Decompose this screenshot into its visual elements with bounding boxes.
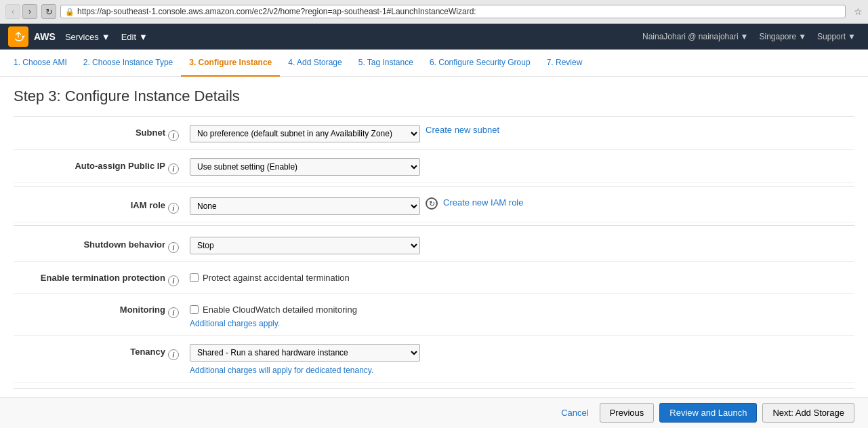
subnet-select[interactable]: No preference (default subnet in any Ava…	[190, 125, 420, 142]
tenancy-row: Tenancy i Shared - Run a shared hardware…	[14, 336, 854, 383]
monitoring-checkbox-label[interactable]: Enable CloudWatch detailed monitoring	[203, 305, 357, 315]
aws-top-nav: AWS Services ▼ Edit ▼ NainaJohari @ nain…	[0, 24, 868, 50]
shutdown-info-icon[interactable]: i	[168, 242, 179, 253]
tenancy-info-icon[interactable]: i	[168, 349, 179, 360]
user-menu[interactable]: NainaJohari @ nainajohari ▼	[638, 29, 753, 44]
auto-assign-controls: Use subnet setting (Enable)	[190, 157, 854, 176]
subnet-row: Subnet i No preference (default subnet i…	[14, 117, 854, 150]
step-add-storage[interactable]: 4. Add Storage	[280, 50, 350, 77]
subnet-info-icon[interactable]: i	[168, 130, 179, 141]
auto-assign-row: Auto-assign Public IP i Use subnet setti…	[14, 150, 854, 183]
create-subnet-link[interactable]: Create new subnet	[426, 125, 499, 135]
url-text: https://ap-southeast-1.console.aws.amazo…	[77, 7, 476, 16]
main-content: Step 3: Configure Instance Details Subne…	[0, 77, 868, 395]
steps-navigation: 1. Choose AMI 2. Choose Instance Type 3.…	[0, 50, 868, 77]
back-button[interactable]: ‹	[5, 4, 20, 19]
auto-assign-label: Auto-assign Public IP i	[14, 157, 190, 174]
iam-role-select[interactable]: None	[190, 197, 420, 215]
nav-right: NainaJohari @ nainajohari ▼ Singapore ▼ …	[638, 29, 860, 44]
shutdown-label: Shutdown behavior i	[14, 235, 190, 253]
advanced-details-label: Advanced Details	[27, 394, 112, 395]
iam-role-refresh-icon[interactable]: ↻	[426, 197, 438, 210]
region-menu[interactable]: Singapore ▼	[755, 29, 810, 44]
nav-buttons: ‹ ›	[5, 4, 37, 19]
browser-actions: ☆	[854, 6, 863, 17]
step-review[interactable]: 7. Review	[539, 50, 591, 77]
browser-chrome: ‹ › ↻ 🔒 https://ap-southeast-1.console.a…	[0, 0, 868, 24]
support-menu[interactable]: Support ▼	[813, 29, 860, 44]
aws-logo	[8, 26, 28, 47]
form-section: Subnet i No preference (default subnet i…	[14, 116, 854, 383]
divider-1	[14, 186, 854, 187]
tenancy-select[interactable]: Shared - Run a shared hardware instance	[190, 344, 420, 362]
edit-dropdown[interactable]: Edit ▼	[116, 29, 153, 45]
termination-checkbox-label[interactable]: Protect against accidental termination	[203, 273, 350, 283]
aws-brand: AWS	[34, 31, 56, 42]
tenancy-label: Tenancy i	[14, 343, 190, 360]
advanced-section: ▼ Advanced Details User data i As text A…	[14, 388, 854, 395]
iam-role-controls: None ↻ Create new IAM role	[190, 196, 854, 215]
step-configure-security-group[interactable]: 6. Configure Security Group	[421, 50, 539, 77]
tenancy-charges-link[interactable]: Additional charges will apply for dedica…	[190, 366, 373, 375]
lock-icon: 🔒	[65, 7, 75, 16]
forward-button[interactable]: ›	[22, 4, 37, 19]
step-choose-instance-type[interactable]: 2. Choose Instance Type	[75, 50, 182, 77]
termination-checkbox-row: Protect against accidental termination	[190, 270, 350, 283]
services-dropdown[interactable]: Services ▼	[60, 29, 116, 45]
step-choose-ami[interactable]: 1. Choose AMI	[14, 50, 75, 77]
step-configure-instance[interactable]: 3. Configure Instance	[181, 50, 280, 77]
iam-role-info-icon[interactable]: i	[168, 203, 179, 214]
tenancy-controls: Shared - Run a shared hardware instance …	[190, 343, 854, 375]
page-title: Step 3: Configure Instance Details	[14, 87, 854, 105]
auto-assign-info-icon[interactable]: i	[168, 163, 179, 174]
shutdown-controls: Stop	[190, 235, 854, 254]
termination-protection-row: Enable termination protection i Protect …	[14, 262, 854, 294]
termination-label: Enable termination protection i	[14, 269, 190, 286]
iam-role-row: IAM role i None ↻ Create new IAM role	[14, 189, 854, 222]
termination-checkbox[interactable]	[190, 273, 199, 282]
monitoring-checkbox-row: Enable CloudWatch detailed monitoring	[190, 302, 357, 315]
shutdown-select[interactable]: Stop	[190, 237, 420, 254]
monitoring-charges-link[interactable]: Additional charges apply.	[190, 319, 280, 328]
auto-assign-select[interactable]: Use subnet setting (Enable)	[190, 158, 420, 176]
shutdown-behavior-row: Shutdown behavior i Stop	[14, 229, 854, 262]
subnet-label: Subnet i	[14, 123, 190, 141]
advanced-details-header[interactable]: ▼ Advanced Details	[14, 388, 854, 395]
bookmark-icon[interactable]: ☆	[854, 6, 863, 17]
monitoring-controls: Enable CloudWatch detailed monitoring Ad…	[190, 300, 854, 328]
termination-info-icon[interactable]: i	[168, 275, 179, 286]
monitoring-info-icon[interactable]: i	[168, 307, 179, 318]
monitoring-row: Monitoring i Enable CloudWatch detailed …	[14, 294, 854, 336]
iam-role-label: IAM role i	[14, 196, 190, 214]
create-iam-role-link[interactable]: Create new IAM role	[443, 197, 524, 208]
monitoring-label: Monitoring i	[14, 300, 190, 318]
address-bar: 🔒 https://ap-southeast-1.console.aws.ama…	[60, 5, 846, 18]
subnet-controls: No preference (default subnet in any Ava…	[190, 123, 854, 142]
refresh-button[interactable]: ↻	[41, 4, 56, 19]
monitoring-checkbox[interactable]	[190, 305, 199, 314]
step-tag-instance[interactable]: 5. Tag Instance	[350, 50, 421, 77]
termination-controls: Protect against accidental termination	[190, 269, 854, 283]
divider-2	[14, 225, 854, 226]
